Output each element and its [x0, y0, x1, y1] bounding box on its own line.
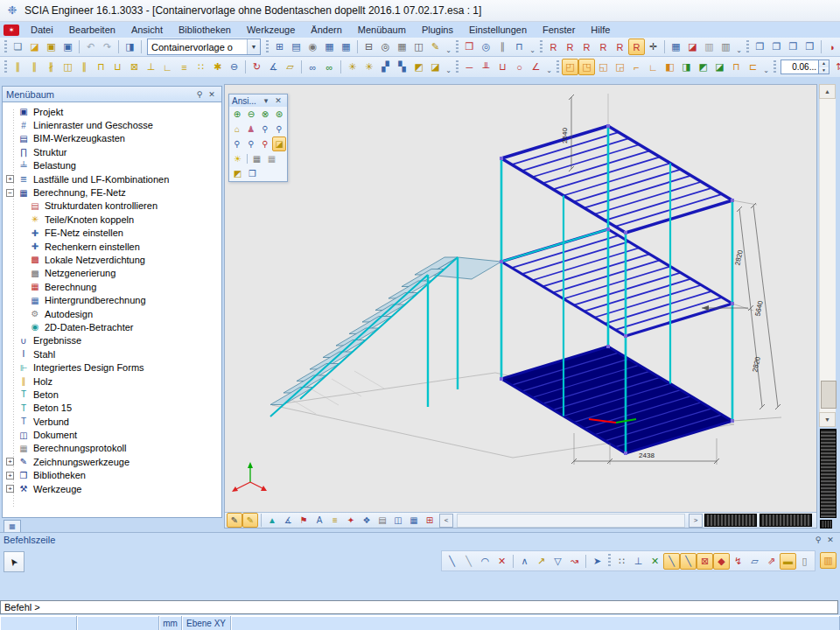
snap-midpoints-icon[interactable]: ╲ — [680, 553, 696, 570]
show-loads-icon[interactable]: ∡ — [280, 513, 296, 528]
toolbar-grip[interactable] — [456, 40, 458, 54]
command-options-icon[interactable]: ▥ — [820, 552, 836, 569]
redraw-view-icon[interactable]: ◗ — [824, 38, 840, 55]
clipboard-paste-icon[interactable]: ❒ — [461, 38, 478, 55]
modify-polygon-icon[interactable]: ▱ — [282, 59, 298, 75]
toolbar-overflow-chevron[interactable]: ⌄ — [444, 40, 453, 54]
toolbar-grip[interactable] — [746, 40, 749, 54]
save-icon[interactable]: ▣ — [60, 38, 76, 55]
hscroll-right-button[interactable]: > — [689, 514, 703, 528]
project-dropdown[interactable]: Containervorlage o▼ — [147, 38, 261, 55]
tree-item-zeichnungswerkzeuge[interactable]: +✎Zeichnungswerkzeuge — [3, 455, 221, 468]
tree-item-fe-netz-einstellen[interactable]: ✚FE-Netz einstellen — [3, 227, 221, 240]
view-top-icon[interactable]: ⊕ — [230, 107, 244, 122]
layers-manager-icon[interactable]: ▤ — [288, 38, 304, 55]
show-text-icon[interactable]: A — [312, 513, 327, 528]
menu-fenster[interactable]: Fenster — [535, 22, 583, 38]
application-menu-icon[interactable]: ✶ — [4, 24, 19, 36]
tree-item-linienraster-und-geschosse[interactable]: #Linienraster und Geschosse — [3, 118, 221, 131]
hscroll-left-button[interactable]: < — [439, 514, 453, 528]
couple-nodes-icon[interactable]: ✳ — [344, 59, 360, 75]
image-gallery-icon[interactable]: ▦ — [321, 38, 338, 55]
view-params-layers-icon[interactable]: ⊏ — [745, 59, 761, 75]
rotate-cancel-icon[interactable]: R — [595, 38, 612, 55]
pan-view-icon[interactable]: ✛ — [645, 38, 662, 55]
saved-view-2-icon[interactable]: ▦ — [264, 151, 279, 166]
snap-surfaces-icon[interactable]: ▱ — [746, 553, 763, 570]
scale-spinner[interactable]: 0.06...▲▼ — [780, 60, 830, 74]
zoom-all-icon[interactable]: ⌂ — [230, 122, 244, 136]
expand-icon[interactable]: + — [6, 175, 14, 183]
scroll-up-button[interactable]: ▲ — [819, 84, 836, 99]
menu-ändern[interactable]: Ändern — [303, 22, 349, 38]
new-column-icon[interactable]: ∥ — [10, 59, 26, 75]
structure-3d-view[interactable]: 26402820282056402438 — [225, 85, 816, 514]
cursor-mode-button[interactable]: ➤ — [4, 551, 24, 572]
view-params-render-icon[interactable]: ◰ — [562, 59, 578, 75]
show-layers-icon[interactable]: ≡ — [327, 513, 343, 528]
tree-item-holz[interactable]: ∥Holz — [3, 374, 221, 388]
tree-item-projekt[interactable]: ▣Projekt — [3, 105, 221, 118]
snap-nearest-icon[interactable]: ↝ — [566, 553, 583, 570]
collapse-icon[interactable]: − — [6, 189, 14, 197]
modify-angle-icon[interactable]: ∡ — [265, 59, 282, 75]
rotate-zero-icon[interactable]: R — [628, 38, 645, 55]
new-cross-link-icon[interactable]: ⊠ — [126, 59, 143, 75]
view-params-volumes-icon[interactable]: ◱ — [595, 59, 612, 75]
tree-item-bim-werkzeugkasten[interactable]: ▤BIM-Werkzeugkasten — [3, 132, 221, 145]
tile-windows-icon[interactable]: ❒ — [802, 38, 818, 55]
tree-item-ergebnisse[interactable]: ∪Ergebnisse — [3, 334, 221, 347]
scroll-down-button[interactable]: ▼ — [819, 412, 836, 427]
tree-item-netzgenerierung[interactable]: ▩Netzgenerierung — [3, 267, 221, 280]
view-params-system-lines-icon[interactable]: ◲ — [612, 59, 628, 75]
print-preview-icon[interactable]: ◎ — [377, 38, 394, 55]
input-mode-icon[interactable]: ✎ — [242, 513, 258, 528]
rotate-selection-icon[interactable]: R — [578, 38, 595, 55]
tree-item-hintergrundberechnung[interactable]: ▦Hintergrundberechnung — [3, 293, 221, 306]
tree-item-belastung[interactable]: ╧Belastung — [3, 159, 221, 172]
viewport-vertical-scrollbar[interactable]: ▲ ▼ — [819, 84, 836, 528]
expand-icon[interactable]: + — [6, 485, 14, 493]
tree-item-teile-knoten-koppeln[interactable]: ✳Teile/Knoten koppeln — [3, 213, 221, 226]
menu-einstellungen[interactable]: Einstellungen — [461, 22, 535, 38]
zoom-window-icon[interactable]: ⚲ — [230, 136, 244, 151]
scale-spinner-value[interactable]: 0.06... — [780, 60, 819, 74]
tree-item-werkzeuge[interactable]: +⚒Werkzeuge — [3, 482, 221, 495]
angle-annotation-icon[interactable]: ∠ — [528, 59, 544, 75]
close-icon[interactable]: ✕ — [206, 88, 218, 100]
view-side-icon[interactable]: ⊗ — [258, 107, 272, 122]
zoom-selection-icon[interactable]: ⚲ — [244, 136, 258, 151]
save-all-icon[interactable]: ▣ — [43, 38, 60, 55]
cascade-windows-icon[interactable]: ❒ — [785, 38, 802, 55]
rotate-view-icon[interactable]: R — [545, 38, 562, 55]
snap-endpoints-icon[interactable]: ╲ — [663, 553, 680, 570]
show-labels-icon[interactable]: ⚑ — [296, 513, 312, 528]
saved-view-1-icon[interactable]: ▦ — [249, 151, 264, 166]
snap-line-icon[interactable]: ╲ — [444, 553, 460, 570]
new-support-icon[interactable]: ⊥ — [143, 59, 159, 75]
model-viewport[interactable]: 26402820282056402438 Ansi... ▾ ✕ ⊕⊖⊗⊛⌂♟⚲… — [224, 84, 817, 528]
view-params-labels-icon[interactable]: ◧ — [662, 59, 678, 75]
line-dimension-icon[interactable]: ─ — [461, 59, 478, 75]
uncouple-nodes-icon[interactable]: ✳ — [360, 59, 377, 75]
view-params-surfaces-icon[interactable]: ◳ — [578, 59, 595, 75]
snap-arc-icon[interactable]: ◠ — [477, 553, 494, 570]
snap-orthogonal-icon[interactable]: ⊥ — [630, 553, 647, 570]
view-params-model-icon[interactable]: ◨ — [678, 59, 695, 75]
tree-item-autodesign[interactable]: ⚙Autodesign — [3, 307, 221, 320]
snap-clear-icon[interactable]: ✕ — [647, 553, 663, 570]
open-project-icon[interactable]: ◪ — [26, 38, 43, 55]
menu-datei[interactable]: Datei — [23, 22, 61, 38]
toolbar-grip[interactable] — [4, 60, 7, 74]
hscroll-track[interactable] — [457, 514, 685, 528]
show-mesh-icon[interactable]: ⊞ — [422, 513, 438, 528]
dimension-style-icon[interactable]: ⊔ — [494, 59, 511, 75]
document-zoom-icon[interactable]: ◎ — [478, 38, 494, 55]
show-window-icon[interactable]: ◫ — [390, 513, 406, 528]
new-plate-icon[interactable]: ◫ — [60, 59, 76, 75]
snap-tangent-icon[interactable]: ↗ — [533, 553, 550, 570]
new-beam-icon[interactable]: ∥ — [26, 59, 43, 75]
snap-delete-icon[interactable]: ✕ — [494, 553, 510, 570]
toolbar-grip[interactable] — [540, 40, 542, 54]
tree-item-bibliotheken[interactable]: +❒Bibliotheken — [3, 469, 221, 482]
